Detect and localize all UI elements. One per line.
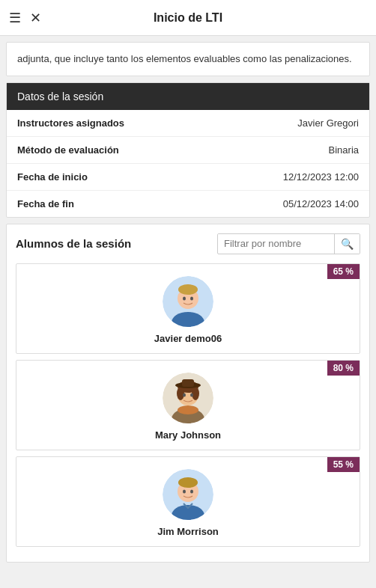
svg-point-21: [183, 489, 186, 493]
info-text: adjunta, que incluye tanto los elementos…: [17, 53, 352, 64]
svg-point-16: [190, 393, 193, 396]
session-label-instructors: Instructores asignados: [17, 117, 124, 129]
students-header: Alumnos de la sesión 🔍: [16, 233, 360, 254]
session-value-instructors: Javier Gregori: [297, 117, 359, 129]
student-badge: 65 %: [327, 264, 360, 279]
svg-point-4: [183, 296, 186, 300]
close-icon[interactable]: ✕: [30, 10, 41, 26]
student-badge: 80 %: [327, 361, 360, 376]
svg-point-11: [177, 387, 184, 400]
session-value-end: 05/12/2023 14:00: [283, 198, 359, 209]
svg-point-3: [178, 284, 198, 295]
svg-point-22: [190, 489, 193, 493]
students-title: Alumnos de la sesión: [16, 237, 131, 250]
students-card: Alumnos de la sesión 🔍 65 %: [6, 224, 370, 563]
session-row-instructors: Instructores asignados Javier Gregori: [7, 110, 369, 137]
svg-point-20: [178, 477, 198, 488]
svg-point-5: [190, 296, 193, 300]
svg-rect-14: [182, 379, 194, 387]
search-input[interactable]: [218, 234, 334, 253]
student-badge: 55 %: [327, 457, 360, 472]
student-name: Mary Johnson: [155, 429, 221, 441]
session-row-start: Fecha de inicio 12/12/2023 12:00: [7, 164, 369, 191]
avatar: [163, 373, 213, 423]
session-row-end: Fecha de fin 05/12/2023 14:00: [7, 191, 369, 217]
student-item[interactable]: 55 % Jim Morrison: [16, 456, 360, 547]
session-card: Datos de la sesión Instructores asignado…: [6, 82, 370, 218]
svg-point-12: [192, 387, 199, 400]
avatar: [163, 469, 213, 520]
svg-point-8: [178, 405, 198, 414]
page-title: Inicio de LTI: [154, 11, 222, 25]
student-item[interactable]: 80 %: [16, 360, 360, 450]
session-value-method: Binaria: [329, 144, 359, 156]
top-bar: ☰ ✕ Inicio de LTI: [0, 0, 376, 36]
student-name: Jim Morrison: [157, 526, 219, 537]
session-row-method: Método de evaluación Binaria: [7, 137, 369, 164]
menu-icon[interactable]: ☰: [9, 10, 21, 26]
search-button[interactable]: 🔍: [334, 234, 360, 254]
session-value-start: 12/12/2023 12:00: [283, 171, 359, 183]
session-label-end: Fecha de fin: [17, 198, 74, 209]
session-header: Datos de la sesión: [7, 83, 369, 110]
session-label-method: Método de evaluación: [17, 144, 119, 156]
session-label-start: Fecha de inicio: [17, 171, 88, 183]
search-container: 🔍: [217, 233, 360, 254]
student-item[interactable]: 65 % Javier demo06: [16, 263, 360, 354]
student-name: Javier demo06: [154, 333, 222, 344]
svg-point-15: [183, 393, 186, 396]
info-card: adjunta, que incluye tanto los elementos…: [6, 42, 370, 76]
avatar: [163, 276, 213, 327]
